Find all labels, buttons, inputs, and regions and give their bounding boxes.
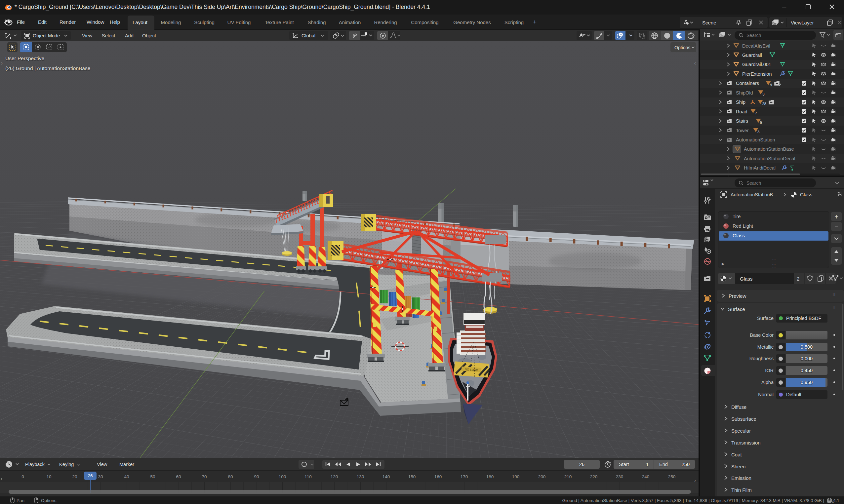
svg-text:‹: ‹ — [694, 60, 696, 66]
svg-text:›: › — [1, 60, 3, 66]
